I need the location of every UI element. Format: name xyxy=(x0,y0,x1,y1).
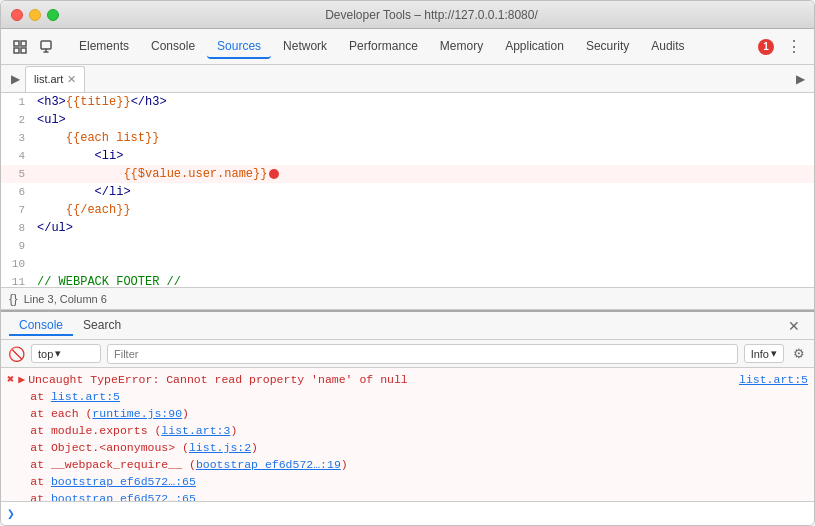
nav-toolbar: Elements Console Sources Network Perform… xyxy=(1,29,814,65)
inspect-icon[interactable] xyxy=(9,36,31,58)
code-line-6: 6 </li> xyxy=(1,183,814,201)
tab-elements[interactable]: Elements xyxy=(69,35,139,59)
tab-security[interactable]: Security xyxy=(576,35,639,59)
stack-line-6: at bootstrap ef6d572…:65 xyxy=(30,490,808,501)
tab-sources[interactable]: Sources xyxy=(207,35,271,59)
tab-console[interactable]: Console xyxy=(141,35,205,59)
stack-link-4[interactable]: bootstrap ef6d572…:19 xyxy=(196,458,341,471)
file-tab-name: list.art xyxy=(34,73,63,85)
svg-rect-2 xyxy=(14,48,19,53)
console-error-main: ▶ Uncaught TypeError: Cannot read proper… xyxy=(18,371,808,388)
code-line-3: 3 {{each list}} xyxy=(1,129,814,147)
stack-line-1: at each (runtime.js:90) xyxy=(30,405,808,422)
svg-rect-1 xyxy=(21,41,26,46)
stack-link-5[interactable]: bootstrap ef6d572…:65 xyxy=(51,475,196,488)
console-settings-icon[interactable]: ⚙ xyxy=(790,345,808,363)
code-line-4: 4 <li> xyxy=(1,147,814,165)
stack-line-0: at list.art:5 xyxy=(30,388,808,405)
console-error-content: ▶ Uncaught TypeError: Cannot read proper… xyxy=(18,371,808,501)
error-badge: 1 xyxy=(758,39,774,55)
tab-network[interactable]: Network xyxy=(273,35,337,59)
stack-line-4: at __webpack_require__ (bootstrap ef6d57… xyxy=(30,456,808,473)
stack-link-1[interactable]: runtime.js:90 xyxy=(92,407,182,420)
toolbar-right: 1 ⋮ xyxy=(758,35,806,58)
device-icon[interactable] xyxy=(35,36,57,58)
error-icon: ✖ xyxy=(7,372,14,387)
console-error-row: ✖ ▶ Uncaught TypeError: Cannot read prop… xyxy=(1,368,814,501)
toolbar-icons xyxy=(9,36,57,58)
console-tab-console[interactable]: Console xyxy=(9,316,73,336)
file-tab-expand-icon[interactable]: ▶ xyxy=(790,69,810,89)
stack-line-3: at Object.<anonymous> (list.js:2) xyxy=(30,439,808,456)
minimize-button[interactable] xyxy=(29,9,41,21)
error-location-link[interactable]: list.art:5 xyxy=(739,371,808,388)
nav-tabs: Elements Console Sources Network Perform… xyxy=(69,35,758,59)
maximize-button[interactable] xyxy=(47,9,59,21)
console-context-select[interactable]: top ▾ xyxy=(31,344,101,363)
code-line-1: 1 <h3>{{title}}</h3> xyxy=(1,93,814,111)
devtools-window: Developer Tools – http://127.0.0.1:8080/ xyxy=(0,0,815,526)
code-line-8: 8 </ul> xyxy=(1,219,814,237)
svg-rect-3 xyxy=(21,48,26,53)
more-options-icon[interactable]: ⋮ xyxy=(782,35,806,58)
tab-audits[interactable]: Audits xyxy=(641,35,694,59)
code-line-7: 7 {{/each}} xyxy=(1,201,814,219)
stack-line-2: at module.exports (list.art:3) xyxy=(30,422,808,439)
console-panel: Console Search ✕ 🚫 top ▾ Info ▾ ⚙ xyxy=(1,310,814,525)
curly-braces-icon: {} xyxy=(9,291,18,306)
code-line-11: 11 // WEBPACK FOOTER // xyxy=(1,273,814,287)
code-editor[interactable]: 1 <h3>{{title}}</h3> 2 <ul> 3 {{each lis… xyxy=(1,93,814,287)
console-prompt-icon: ❯ xyxy=(7,506,15,521)
tab-performance[interactable]: Performance xyxy=(339,35,428,59)
file-tab[interactable]: list.art ✕ xyxy=(25,66,85,92)
svg-rect-0 xyxy=(14,41,19,46)
console-tab-bar: Console Search ✕ xyxy=(1,312,814,340)
console-toolbar: 🚫 top ▾ Info ▾ ⚙ xyxy=(1,340,814,368)
stack-line-5: at bootstrap ef6d572…:65 xyxy=(30,473,808,490)
close-button[interactable] xyxy=(11,9,23,21)
window-title: Developer Tools – http://127.0.0.1:8080/ xyxy=(59,8,804,22)
console-input[interactable] xyxy=(19,507,808,520)
console-output: ✖ ▶ Uncaught TypeError: Cannot read prop… xyxy=(1,368,814,501)
sources-panel: ▶ list.art ✕ ▶ 1 <h3>{{title}}</h3> 2 <u… xyxy=(1,65,814,310)
console-tab-search[interactable]: Search xyxy=(73,316,131,336)
tab-memory[interactable]: Memory xyxy=(430,35,493,59)
stack-link-0[interactable]: list.art:5 xyxy=(51,390,120,403)
error-triangle-icon: ▶ xyxy=(18,371,25,388)
console-filter-input[interactable] xyxy=(107,344,738,364)
console-clear-icon[interactable]: 🚫 xyxy=(7,345,25,363)
status-bar: {} Line 3, Column 6 xyxy=(1,287,814,309)
stack-link-2[interactable]: list.art:3 xyxy=(161,424,230,437)
svg-rect-4 xyxy=(41,41,51,49)
file-tab-bar: ▶ list.art ✕ ▶ xyxy=(1,65,814,93)
context-arrow-icon: ▾ xyxy=(55,347,61,360)
console-close-icon[interactable]: ✕ xyxy=(782,316,806,336)
main-area: ▶ list.art ✕ ▶ 1 <h3>{{title}}</h3> 2 <u… xyxy=(1,65,814,525)
tab-application[interactable]: Application xyxy=(495,35,574,59)
code-line-5: 5 {{$value.user.name}} xyxy=(1,165,814,183)
file-tab-close-icon[interactable]: ✕ xyxy=(67,73,76,86)
stack-link-6[interactable]: bootstrap ef6d572…:65 xyxy=(51,492,196,501)
console-input-row: ❯ xyxy=(1,501,814,525)
status-position: Line 3, Column 6 xyxy=(24,293,107,305)
level-arrow-icon: ▾ xyxy=(771,347,777,360)
toggle-sources-btn[interactable]: ▶ xyxy=(5,69,25,89)
console-error-stack: at list.art:5 at each (runtime.js:90) at… xyxy=(18,388,808,501)
window-controls xyxy=(11,9,59,21)
code-line-2: 2 <ul> xyxy=(1,111,814,129)
code-line-9: 9 xyxy=(1,237,814,255)
title-bar: Developer Tools – http://127.0.0.1:8080/ xyxy=(1,1,814,29)
console-level-select[interactable]: Info ▾ xyxy=(744,344,784,363)
error-message: Uncaught TypeError: Cannot read property… xyxy=(28,371,731,388)
code-line-10: 10 xyxy=(1,255,814,273)
stack-link-3[interactable]: list.js:2 xyxy=(189,441,251,454)
level-label: Info xyxy=(751,348,769,360)
context-label: top xyxy=(38,348,53,360)
